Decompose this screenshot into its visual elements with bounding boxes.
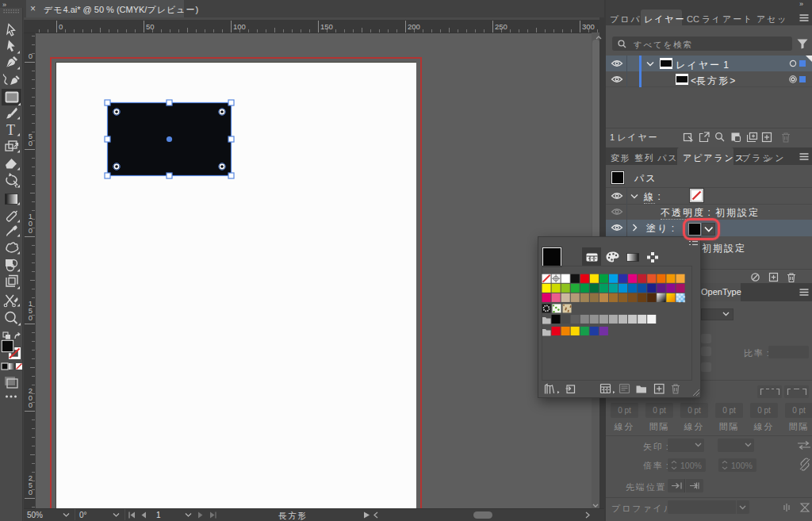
svg-text:0: 0 — [29, 139, 33, 147]
svg-text:0: 0 — [29, 488, 33, 496]
svg-text:T: T — [6, 122, 15, 138]
svg-text:0: 0 — [29, 400, 33, 409]
svg-text:0: 0 — [29, 52, 33, 60]
svg-text:0: 0 — [29, 313, 33, 322]
svg-text:0: 0 — [29, 226, 33, 235]
svg-text:150: 150 — [320, 22, 333, 31]
svg-text:250: 250 — [495, 22, 508, 31]
svg-text:0: 0 — [59, 22, 63, 31]
svg-text:200: 200 — [408, 22, 420, 31]
svg-text:300: 300 — [582, 22, 595, 31]
svg-text:50: 50 — [146, 22, 155, 31]
svg-text:100: 100 — [233, 22, 246, 31]
